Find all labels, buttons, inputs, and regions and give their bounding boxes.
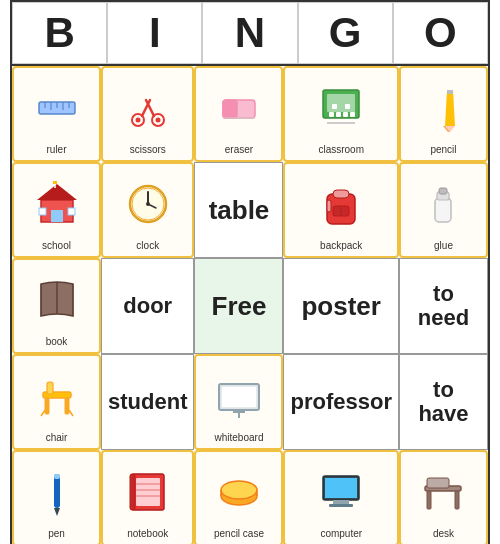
svg-point-9 [155,118,160,123]
svg-rect-56 [233,410,245,413]
svg-rect-17 [329,112,334,117]
svg-rect-72 [325,478,357,498]
svg-line-52 [41,410,45,416]
bingo-grid: ruler scissors eraser classroom [12,64,488,544]
svg-marker-24 [445,90,455,126]
svg-rect-74 [329,504,353,507]
chair-icon [18,362,95,430]
cell-backpack[interactable]: backpack [283,162,398,258]
svg-rect-23 [327,122,355,124]
glue-icon [405,170,482,238]
letter-b: B [12,2,107,64]
svg-rect-13 [223,100,237,118]
svg-rect-45 [435,198,451,222]
cell-label-eraser: eraser [225,144,253,156]
classroom-icon [289,74,392,142]
svg-rect-55 [221,386,257,408]
cell-label-whiteboard: whiteboard [215,432,264,444]
cell-to-have[interactable]: to have [399,354,488,450]
cell-label-pencil: pencil [430,144,456,156]
svg-rect-30 [51,210,63,222]
cell-school[interactable]: school [12,162,101,258]
svg-point-68 [221,481,257,499]
svg-rect-44 [327,200,331,212]
cell-label-scissors: scissors [130,144,166,156]
cell-whiteboard[interactable]: whiteboard [194,354,283,450]
cell-computer[interactable]: computer [283,450,398,544]
cell-ruler[interactable]: ruler [12,66,101,162]
svg-rect-21 [332,104,337,109]
cell-text-to-have: to have [402,359,485,445]
pencil-icon [405,74,482,142]
svg-rect-20 [350,112,355,117]
letter-g: G [298,2,393,64]
cell-pencil-case[interactable]: pencil case [194,450,283,544]
ruler-icon [18,74,95,142]
notebook-icon [107,458,188,526]
cell-free[interactable]: Free [194,258,283,354]
cell-label-clock: clock [136,240,159,252]
clock-icon [107,170,188,238]
cell-pen[interactable]: pen [12,450,101,544]
svg-rect-19 [343,112,348,117]
svg-point-7 [135,118,140,123]
svg-rect-51 [47,382,53,394]
cell-label-classroom: classroom [318,144,364,156]
cell-pencil[interactable]: pencil [399,66,488,162]
pen-icon [18,458,95,526]
school-icon [18,170,95,238]
cell-label-glue: glue [434,240,453,252]
cell-table[interactable]: table [194,162,283,258]
cell-text-free: Free [197,263,280,349]
cell-label-backpack: backpack [320,240,362,252]
svg-rect-78 [427,478,449,488]
cell-poster[interactable]: poster [283,258,398,354]
svg-rect-60 [54,474,60,479]
backpack-icon [289,170,392,238]
cell-text-to-need: to need [402,263,485,349]
cell-clock[interactable]: clock [101,162,194,258]
cell-label-chair: chair [46,432,68,444]
cell-professor[interactable]: professor [283,354,398,450]
cell-label-pen: pen [48,528,65,540]
cell-to-need[interactable]: to need [399,258,488,354]
cell-book[interactable]: book [12,258,101,354]
cell-text-table: table [197,167,280,253]
cell-label-ruler: ruler [47,144,67,156]
cell-notebook[interactable]: notebook [101,450,194,544]
svg-rect-47 [439,188,447,194]
svg-rect-50 [65,398,69,414]
cell-eraser[interactable]: eraser [194,66,283,162]
svg-rect-32 [68,208,75,215]
cell-glue[interactable]: glue [399,162,488,258]
pencil-case-icon [200,458,277,526]
letter-o: O [393,2,488,64]
svg-rect-73 [333,500,349,504]
svg-rect-16 [327,94,355,112]
svg-rect-22 [345,104,350,109]
svg-rect-34 [53,181,57,184]
whiteboard-icon [200,362,277,430]
svg-rect-66 [130,474,135,510]
cell-door[interactable]: door [101,258,194,354]
bingo-card: B I N G O ruler scissors eraser [10,0,490,544]
cell-scissors[interactable]: scissors [101,66,194,162]
svg-rect-27 [447,90,453,94]
svg-rect-41 [333,190,349,198]
cell-student[interactable]: student [101,354,194,450]
cell-text-poster: poster [286,263,395,349]
svg-rect-49 [45,398,49,414]
book-icon [18,266,95,334]
computer-icon [289,458,392,526]
cell-label-notebook: notebook [127,528,168,540]
desk-icon [405,458,482,526]
svg-rect-62 [136,478,160,506]
cell-desk[interactable]: desk [399,450,488,544]
svg-line-53 [69,410,73,416]
cell-chair[interactable]: chair [12,354,101,450]
cell-label-pencil-case: pencil case [214,528,264,540]
cell-text-professor: professor [286,359,395,445]
cell-classroom[interactable]: classroom [283,66,398,162]
svg-rect-77 [455,491,459,509]
bingo-header: B I N G O [12,2,488,64]
